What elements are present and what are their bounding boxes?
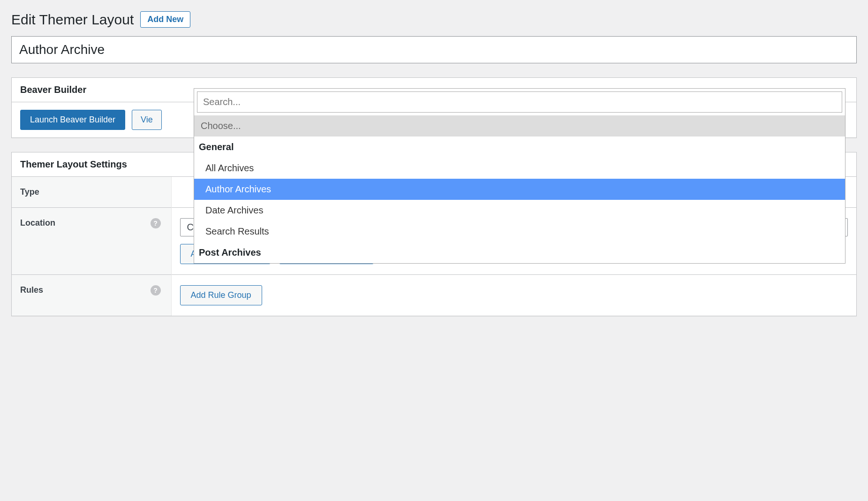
dropdown-group-label: Post Archives <box>194 242 845 263</box>
dropdown-search-input[interactable] <box>197 91 842 113</box>
dropdown-option[interactable]: Search Results <box>194 221 845 242</box>
dropdown-group-label: General <box>194 137 845 158</box>
dropdown-option[interactable]: Author Archives <box>194 179 845 200</box>
dropdown-option[interactable]: All Archives <box>194 158 845 179</box>
help-icon[interactable]: ? <box>151 285 161 296</box>
dropdown-option[interactable]: Date Archives <box>194 200 845 221</box>
dropdown-choose-placeholder[interactable]: Choose... <box>194 115 845 137</box>
dropdown-list: Choose...GeneralAll ArchivesAuthor Archi… <box>194 115 845 263</box>
launch-beaver-builder-button[interactable]: Launch Beaver Builder <box>20 110 125 130</box>
page-title: Edit Themer Layout <box>11 12 134 28</box>
location-label: Location <box>20 218 55 228</box>
row-rules: Rules ? Add Rule Group <box>12 275 856 316</box>
rules-label: Rules <box>20 285 43 295</box>
layout-title-input[interactable] <box>11 36 857 63</box>
add-new-button[interactable]: Add New <box>140 11 190 28</box>
add-rule-group-button[interactable]: Add Rule Group <box>180 285 262 305</box>
help-icon[interactable]: ? <box>151 218 161 228</box>
location-dropdown-open: Choose...GeneralAll ArchivesAuthor Archi… <box>194 88 845 264</box>
type-label: Type <box>20 187 39 197</box>
view-button-partial[interactable]: Vie <box>132 110 162 130</box>
